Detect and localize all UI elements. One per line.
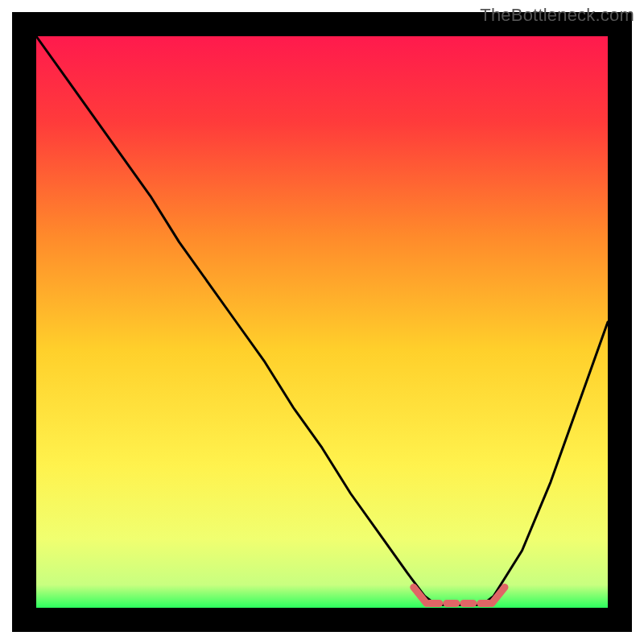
- watermark-text: TheBottleneck.com: [480, 5, 634, 26]
- bottleneck-chart: TheBottleneck.com: [0, 0, 644, 644]
- plot-background: [36, 36, 608, 608]
- chart-svg: [0, 0, 644, 644]
